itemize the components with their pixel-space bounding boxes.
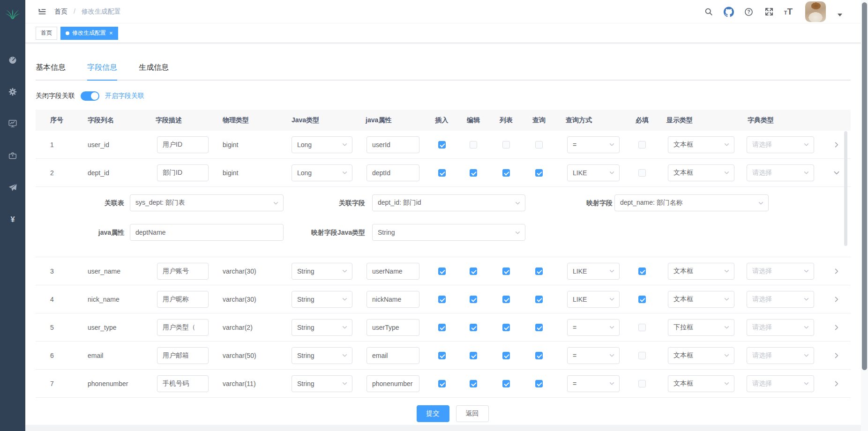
- required-checkbox[interactable]: [638, 268, 646, 275]
- java-type-select[interactable]: String: [292, 319, 352, 336]
- page-scrollbar-thumb[interactable]: [862, 2, 867, 370]
- map-field-select[interactable]: dept_name: 部门名称: [614, 194, 769, 211]
- avatar[interactable]: [805, 1, 826, 22]
- java-field-input[interactable]: [367, 164, 419, 181]
- edit-checkbox[interactable]: [470, 296, 477, 303]
- query-checkbox[interactable]: [535, 268, 543, 275]
- dict-type-select[interactable]: 请选择: [747, 136, 814, 153]
- list-checkbox[interactable]: [502, 141, 510, 149]
- java-field-input[interactable]: [367, 136, 419, 153]
- submit-button[interactable]: 提交: [417, 405, 449, 422]
- java-field-input[interactable]: [367, 291, 419, 308]
- sidebar-item-system[interactable]: [0, 76, 25, 108]
- required-checkbox[interactable]: [638, 324, 646, 331]
- dict-type-select[interactable]: 请选择: [747, 375, 814, 392]
- required-checkbox[interactable]: [638, 296, 646, 303]
- java-type-select[interactable]: Long: [292, 164, 352, 181]
- java-field-input[interactable]: [367, 263, 419, 280]
- column-desc-input[interactable]: [157, 375, 209, 392]
- insert-checkbox[interactable]: [438, 352, 446, 359]
- insert-checkbox[interactable]: [438, 169, 446, 177]
- html-type-select[interactable]: 文本框: [668, 291, 734, 308]
- insert-checkbox[interactable]: [438, 296, 446, 303]
- query-mode-select[interactable]: =: [567, 319, 620, 336]
- close-tag-icon[interactable]: ×: [109, 30, 113, 36]
- expand-row-toggle[interactable]: [823, 268, 851, 275]
- tab-generate-info[interactable]: 生成信息: [139, 63, 169, 80]
- java-type-select[interactable]: String: [292, 375, 352, 392]
- query-checkbox[interactable]: [535, 169, 543, 177]
- font-size-icon[interactable]: TT: [784, 7, 793, 17]
- query-mode-select[interactable]: LIKE: [567, 291, 620, 308]
- java-type-select[interactable]: String: [292, 263, 352, 280]
- list-checkbox[interactable]: [502, 352, 510, 359]
- sidebar-item-deploy[interactable]: [0, 171, 25, 203]
- java-field-input[interactable]: [367, 347, 419, 364]
- rel-field-select[interactable]: dept_id: 部门id: [372, 194, 525, 211]
- tab-field-info[interactable]: 字段信息: [87, 63, 117, 80]
- query-checkbox[interactable]: [535, 296, 543, 303]
- html-type-select[interactable]: 文本框: [668, 347, 734, 364]
- query-mode-select[interactable]: LIKE: [567, 263, 620, 280]
- insert-checkbox[interactable]: [438, 268, 446, 275]
- expand-row-toggle[interactable]: [823, 296, 851, 303]
- fullscreen-icon[interactable]: [764, 7, 774, 17]
- dict-type-select[interactable]: 请选择: [747, 347, 814, 364]
- dict-type-select[interactable]: 请选择: [747, 164, 814, 181]
- list-checkbox[interactable]: [502, 169, 510, 177]
- expand-row-toggle[interactable]: [823, 380, 851, 387]
- insert-checkbox[interactable]: [438, 141, 446, 149]
- rel-table-select[interactable]: sys_dept: 部门表: [130, 194, 284, 211]
- required-checkbox[interactable]: [638, 380, 646, 387]
- query-checkbox[interactable]: [535, 352, 543, 359]
- insert-checkbox[interactable]: [438, 324, 446, 331]
- list-checkbox[interactable]: [502, 324, 510, 331]
- map-java-type-select[interactable]: String: [372, 224, 525, 241]
- column-desc-input[interactable]: [157, 291, 209, 308]
- app-logo[interactable]: [0, 0, 25, 28]
- required-checkbox[interactable]: [638, 169, 646, 177]
- required-checkbox[interactable]: [638, 352, 646, 359]
- edit-checkbox[interactable]: [470, 380, 477, 387]
- html-type-select[interactable]: 文本框: [668, 136, 734, 153]
- edit-checkbox[interactable]: [470, 268, 477, 275]
- edit-checkbox[interactable]: [470, 141, 477, 149]
- query-mode-select[interactable]: =: [567, 375, 620, 392]
- query-mode-select[interactable]: =: [567, 136, 620, 153]
- github-icon[interactable]: [724, 7, 734, 17]
- breadcrumb-home[interactable]: 首页: [54, 7, 67, 15]
- java-field-input[interactable]: [367, 319, 419, 336]
- query-checkbox[interactable]: [535, 380, 543, 387]
- html-type-select[interactable]: 下拉框: [668, 319, 734, 336]
- insert-checkbox[interactable]: [438, 380, 446, 387]
- sidebar-item-tool[interactable]: [0, 140, 25, 171]
- html-type-select[interactable]: 文本框: [668, 263, 734, 280]
- edit-checkbox[interactable]: [470, 324, 477, 331]
- help-icon[interactable]: ?: [744, 7, 754, 17]
- list-checkbox[interactable]: [502, 296, 510, 303]
- query-checkbox[interactable]: [535, 324, 543, 331]
- search-icon[interactable]: [703, 7, 714, 17]
- sidebar-item-monitor[interactable]: [0, 108, 25, 140]
- html-type-select[interactable]: 文本框: [668, 164, 734, 181]
- tag-current[interactable]: 修改生成配置 ×: [60, 27, 118, 40]
- list-checkbox[interactable]: [502, 380, 510, 387]
- column-desc-input[interactable]: [157, 319, 209, 336]
- expand-row-toggle[interactable]: [823, 352, 851, 359]
- java-type-select[interactable]: String: [292, 291, 352, 308]
- java-type-select[interactable]: String: [292, 347, 352, 364]
- list-checkbox[interactable]: [502, 268, 510, 275]
- column-desc-input[interactable]: [157, 347, 209, 364]
- sidebar-item-finance[interactable]: ¥: [0, 203, 25, 235]
- java-field-input[interactable]: [367, 375, 419, 392]
- hamburger-icon[interactable]: [37, 7, 47, 16]
- tab-basic-info[interactable]: 基本信息: [36, 63, 66, 80]
- query-mode-select[interactable]: LIKE: [567, 164, 620, 181]
- query-mode-select[interactable]: =: [567, 347, 620, 364]
- tag-home[interactable]: 首页: [36, 27, 57, 40]
- dict-type-select[interactable]: 请选择: [747, 319, 814, 336]
- query-checkbox[interactable]: [535, 141, 543, 149]
- edit-checkbox[interactable]: [470, 352, 477, 359]
- dict-type-select[interactable]: 请选择: [747, 263, 814, 280]
- column-desc-input[interactable]: [157, 136, 209, 153]
